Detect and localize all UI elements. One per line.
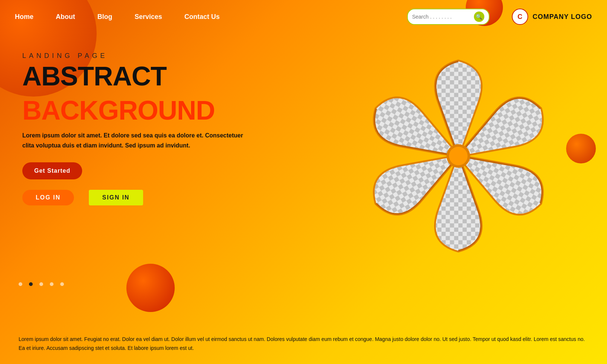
search-container: 🔍 xyxy=(407,9,490,25)
flower-graphic xyxy=(332,30,585,282)
logo-text: COMPANY LOGO xyxy=(533,13,592,21)
logo-icon: C xyxy=(512,9,528,25)
hero-description: Lorem ipsum dolor sit amet. Et dolore se… xyxy=(22,130,245,150)
dot-1[interactable] xyxy=(19,282,22,286)
auth-buttons: LOG IN SIGN IN xyxy=(22,190,260,205)
search-button[interactable]: 🔍 xyxy=(474,12,484,22)
landing-label: LANDING PAGE xyxy=(22,52,260,60)
navbar: Home About Blog Services Contact Us 🔍 C … xyxy=(0,0,607,33)
nav-blog[interactable]: Blog xyxy=(97,13,112,21)
dot-2[interactable] xyxy=(29,282,33,286)
nav-services[interactable]: Services xyxy=(135,13,162,21)
hero-content: LANDING PAGE ABSTRACT BACKGROUND Lorem i… xyxy=(22,52,260,205)
hero-title-background: BACKGROUND xyxy=(22,97,215,124)
search-input[interactable] xyxy=(412,14,472,20)
deco-circle-bottom-mid xyxy=(126,264,175,312)
nav-about[interactable]: About xyxy=(56,13,75,21)
login-button[interactable]: LOG IN xyxy=(22,190,74,205)
nav-contact[interactable]: Contact Us xyxy=(184,13,220,21)
svg-point-4 xyxy=(449,147,468,165)
nav-home[interactable]: Home xyxy=(15,13,33,21)
nav-links: Home About Blog Services Contact Us xyxy=(15,13,407,21)
hero-title-abstract: ABSTRACT xyxy=(22,63,167,90)
get-started-button[interactable]: Get Started xyxy=(22,162,82,179)
dot-3[interactable] xyxy=(39,282,43,286)
dot-5[interactable] xyxy=(60,282,64,286)
dot-4[interactable] xyxy=(50,282,54,286)
slider-dots xyxy=(19,282,64,286)
hero-title: ABSTRACT BACKGROUND xyxy=(22,63,260,124)
logo-area: C COMPANY LOGO xyxy=(512,9,592,25)
footer-text: Lorem ipsum dolor sit amet. Feugiat no e… xyxy=(19,335,588,353)
search-icon: 🔍 xyxy=(476,14,482,20)
signin-button[interactable]: SIGN IN xyxy=(89,190,143,205)
